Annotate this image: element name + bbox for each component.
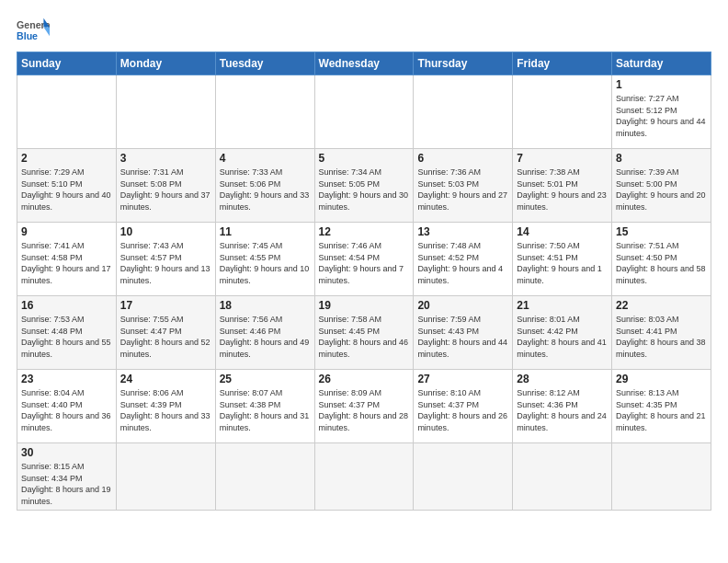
day-number: 9 [21, 225, 112, 238]
calendar-cell [513, 75, 612, 149]
calendar-week-5: 23Sunrise: 8:04 AM Sunset: 4:40 PM Dayli… [17, 370, 711, 443]
day-info: Sunrise: 8:10 AM Sunset: 4:37 PM Dayligh… [417, 387, 508, 433]
calendar-cell [314, 443, 414, 511]
day-number: 23 [21, 373, 112, 385]
day-info: Sunrise: 7:38 AM Sunset: 5:01 PM Dayligh… [517, 167, 608, 213]
calendar-week-6: 30Sunrise: 8:15 AM Sunset: 4:34 PM Dayli… [17, 443, 711, 511]
day-info: Sunrise: 8:15 AM Sunset: 4:34 PM Dayligh… [21, 461, 112, 507]
calendar-cell: 26Sunrise: 8:09 AM Sunset: 4:37 PM Dayli… [314, 370, 414, 443]
calendar-cell: 28Sunrise: 8:12 AM Sunset: 4:36 PM Dayli… [513, 370, 612, 443]
calendar-cell: 19Sunrise: 7:58 AM Sunset: 4:45 PM Dayli… [314, 296, 414, 370]
day-info: Sunrise: 8:01 AM Sunset: 4:42 PM Dayligh… [517, 314, 608, 360]
day-info: Sunrise: 8:13 AM Sunset: 4:35 PM Dayligh… [616, 387, 707, 433]
calendar-cell: 15Sunrise: 7:51 AM Sunset: 4:50 PM Dayli… [612, 223, 711, 296]
day-info: Sunrise: 7:59 AM Sunset: 4:43 PM Dayligh… [417, 314, 508, 360]
day-number: 13 [417, 225, 508, 238]
calendar-cell [414, 75, 513, 149]
generalblue-icon: General Blue [17, 17, 50, 42]
day-info: Sunrise: 8:04 AM Sunset: 4:40 PM Dayligh… [21, 387, 112, 433]
day-number: 27 [417, 373, 508, 385]
weekday-header-saturday: Saturday [612, 52, 711, 75]
day-number: 26 [319, 373, 410, 385]
calendar-cell [414, 443, 513, 511]
day-number: 14 [517, 225, 608, 238]
day-number: 4 [220, 152, 311, 165]
calendar-cell: 21Sunrise: 8:01 AM Sunset: 4:42 PM Dayli… [513, 296, 612, 370]
weekday-header-sunday: Sunday [17, 52, 117, 75]
calendar-cell: 29Sunrise: 8:13 AM Sunset: 4:35 PM Dayli… [612, 370, 711, 443]
day-number: 12 [319, 225, 410, 238]
calendar-cell: 3Sunrise: 7:31 AM Sunset: 5:08 PM Daylig… [116, 149, 215, 223]
day-number: 7 [517, 152, 608, 165]
calendar-cell: 8Sunrise: 7:39 AM Sunset: 5:00 PM Daylig… [612, 149, 711, 223]
day-info: Sunrise: 7:29 AM Sunset: 5:10 PM Dayligh… [21, 167, 112, 213]
day-number: 5 [319, 152, 410, 165]
calendar-cell: 4Sunrise: 7:33 AM Sunset: 5:06 PM Daylig… [215, 149, 314, 223]
calendar-cell: 18Sunrise: 7:56 AM Sunset: 4:46 PM Dayli… [215, 296, 314, 370]
calendar-cell [314, 75, 414, 149]
day-number: 1 [616, 78, 707, 91]
day-number: 2 [21, 152, 112, 165]
svg-text:Blue: Blue [17, 30, 38, 41]
day-info: Sunrise: 7:36 AM Sunset: 5:03 PM Dayligh… [417, 167, 508, 213]
day-number: 18 [220, 299, 311, 312]
calendar-cell: 24Sunrise: 8:06 AM Sunset: 4:39 PM Dayli… [116, 370, 215, 443]
calendar-cell [215, 443, 314, 511]
day-number: 6 [417, 152, 508, 165]
day-info: Sunrise: 7:34 AM Sunset: 5:05 PM Dayligh… [319, 167, 410, 213]
calendar-table: SundayMondayTuesdayWednesdayThursdayFrid… [17, 52, 711, 511]
calendar-week-3: 9Sunrise: 7:41 AM Sunset: 4:58 PM Daylig… [17, 223, 711, 296]
day-info: Sunrise: 8:12 AM Sunset: 4:36 PM Dayligh… [517, 387, 608, 433]
day-info: Sunrise: 8:09 AM Sunset: 4:37 PM Dayligh… [319, 387, 410, 433]
day-info: Sunrise: 7:56 AM Sunset: 4:46 PM Dayligh… [220, 314, 311, 360]
day-info: Sunrise: 7:58 AM Sunset: 4:45 PM Dayligh… [319, 314, 410, 360]
day-info: Sunrise: 7:43 AM Sunset: 4:57 PM Dayligh… [120, 240, 211, 286]
calendar-cell: 2Sunrise: 7:29 AM Sunset: 5:10 PM Daylig… [17, 149, 117, 223]
day-info: Sunrise: 8:07 AM Sunset: 4:38 PM Dayligh… [220, 387, 311, 433]
day-number: 22 [616, 299, 707, 312]
calendar-cell: 17Sunrise: 7:55 AM Sunset: 4:47 PM Dayli… [116, 296, 215, 370]
calendar-week-2: 2Sunrise: 7:29 AM Sunset: 5:10 PM Daylig… [17, 149, 711, 223]
day-number: 11 [220, 225, 311, 238]
calendar-cell: 13Sunrise: 7:48 AM Sunset: 4:52 PM Dayli… [414, 223, 513, 296]
day-info: Sunrise: 7:27 AM Sunset: 5:12 PM Dayligh… [616, 93, 707, 139]
calendar-cell: 6Sunrise: 7:36 AM Sunset: 5:03 PM Daylig… [414, 149, 513, 223]
calendar-cell: 22Sunrise: 8:03 AM Sunset: 4:41 PM Dayli… [612, 296, 711, 370]
day-number: 29 [616, 373, 707, 385]
calendar-cell [513, 443, 612, 511]
calendar-cell: 20Sunrise: 7:59 AM Sunset: 4:43 PM Dayli… [414, 296, 513, 370]
calendar-cell: 27Sunrise: 8:10 AM Sunset: 4:37 PM Dayli… [414, 370, 513, 443]
day-info: Sunrise: 7:50 AM Sunset: 4:51 PM Dayligh… [517, 240, 608, 286]
svg-marker-3 [43, 28, 50, 37]
calendar-cell: 7Sunrise: 7:38 AM Sunset: 5:01 PM Daylig… [513, 149, 612, 223]
calendar-header: SundayMondayTuesdayWednesdayThursdayFrid… [17, 52, 711, 75]
day-number: 15 [616, 225, 707, 238]
calendar-cell: 12Sunrise: 7:46 AM Sunset: 4:54 PM Dayli… [314, 223, 414, 296]
day-info: Sunrise: 7:33 AM Sunset: 5:06 PM Dayligh… [220, 167, 311, 213]
weekday-header-friday: Friday [513, 52, 612, 75]
calendar-cell: 10Sunrise: 7:43 AM Sunset: 4:57 PM Dayli… [116, 223, 215, 296]
day-number: 3 [120, 152, 211, 165]
day-number: 20 [417, 299, 508, 312]
calendar-cell: 14Sunrise: 7:50 AM Sunset: 4:51 PM Dayli… [513, 223, 612, 296]
day-number: 25 [220, 373, 311, 385]
weekday-header-monday: Monday [116, 52, 215, 75]
calendar-cell: 11Sunrise: 7:45 AM Sunset: 4:55 PM Dayli… [215, 223, 314, 296]
header: General Blue [17, 17, 711, 42]
weekday-header-tuesday: Tuesday [215, 52, 314, 75]
day-info: Sunrise: 7:51 AM Sunset: 4:50 PM Dayligh… [616, 240, 707, 286]
calendar-cell: 30Sunrise: 8:15 AM Sunset: 4:34 PM Dayli… [17, 443, 117, 511]
day-number: 24 [120, 373, 211, 385]
day-info: Sunrise: 7:55 AM Sunset: 4:47 PM Dayligh… [120, 314, 211, 360]
day-info: Sunrise: 7:46 AM Sunset: 4:54 PM Dayligh… [319, 240, 410, 286]
calendar-cell: 5Sunrise: 7:34 AM Sunset: 5:05 PM Daylig… [314, 149, 414, 223]
day-info: Sunrise: 7:39 AM Sunset: 5:00 PM Dayligh… [616, 167, 707, 213]
calendar-cell: 16Sunrise: 7:53 AM Sunset: 4:48 PM Dayli… [17, 296, 117, 370]
weekday-header-row: SundayMondayTuesdayWednesdayThursdayFrid… [17, 52, 711, 75]
day-number: 10 [120, 225, 211, 238]
day-number: 8 [616, 152, 707, 165]
day-number: 28 [517, 373, 608, 385]
day-info: Sunrise: 7:45 AM Sunset: 4:55 PM Dayligh… [220, 240, 311, 286]
day-info: Sunrise: 7:53 AM Sunset: 4:48 PM Dayligh… [21, 314, 112, 360]
calendar-cell [116, 75, 215, 149]
